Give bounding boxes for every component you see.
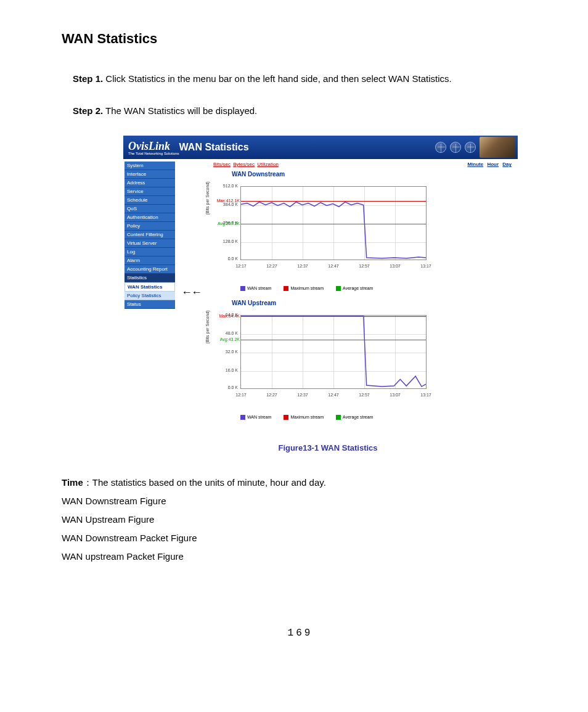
- chart2-title: WAN Upstream: [232, 300, 512, 306]
- chart2-xtick-2: 12:37: [297, 393, 308, 397]
- step-2-label: Step 2.: [73, 105, 103, 116]
- chart2-ytick-1: 48.0 K: [213, 331, 238, 335]
- steps-list: Step 1. Click Statistics in the menu bar…: [73, 72, 539, 118]
- chart1-y-label: (Bits per Second): [205, 181, 210, 215]
- link-bytes-sec[interactable]: Bytes/sec: [233, 162, 255, 167]
- chart1-avg-label: Avg:257.2K: [214, 221, 240, 226]
- notes-section: Time：The statistics based on the units o…: [62, 473, 539, 566]
- brand-logo: OvisLink: [128, 140, 170, 152]
- sidebar-item-authentication[interactable]: Authentication: [125, 213, 175, 222]
- chart2-xtick-0: 12:17: [235, 393, 247, 397]
- note-line-4: WAN upstream Packet Figure: [62, 547, 539, 566]
- brand-tagline: The Total Networking Solutions: [128, 152, 179, 155]
- link-minute[interactable]: Minute: [467, 162, 483, 167]
- chart1-ytick-4: 0.0 K: [213, 256, 238, 261]
- sidebar-item-statistics[interactable]: Statistics: [125, 274, 175, 282]
- chart-wan-downstream: WAN Downstream (Bits per Second) 512.0 K…: [213, 171, 512, 291]
- sidebar-item-interface[interactable]: Interface: [125, 170, 175, 179]
- chart1-legend: WAN stream Maximum stream Average stream: [240, 286, 512, 291]
- time-links: Minute Hour Day: [465, 162, 512, 167]
- chart2-xtick-6: 13:17: [420, 393, 431, 397]
- chart1-title: WAN Downstream: [232, 171, 512, 178]
- chart1-plot-area: Max:412.1K Avg:257.2K 12:17 12:27 12:37 …: [240, 186, 427, 260]
- step-1: Step 1. Click Statistics in the menu bar…: [73, 72, 539, 86]
- chart2-xtick-3: 12:47: [328, 393, 339, 397]
- chart1-xtick-2: 12:37: [297, 264, 308, 268]
- sidebar-item-schedule[interactable]: Schedule: [125, 196, 175, 205]
- link-utilization[interactable]: Utilization: [257, 162, 279, 167]
- sidebar-item-alarm[interactable]: Alarm: [125, 256, 175, 265]
- legend-wan: WAN stream: [247, 415, 271, 419]
- chart1-xtick-4: 12:57: [359, 264, 370, 268]
- globe-icon: [450, 142, 461, 153]
- legend-max: Maximum stream: [290, 415, 324, 419]
- page-title: WAN Statistics: [179, 142, 249, 153]
- chart1-ytick-1: 384.0 K: [213, 202, 238, 207]
- sidebar-item-accounting-report[interactable]: Accounting Report: [125, 265, 175, 274]
- sidebar-sub-policy-statistics[interactable]: Policy Statistics: [125, 292, 175, 300]
- chart1-ytick-0: 512.0 K: [213, 184, 238, 188]
- time-text: The statistics based on the units of min…: [92, 477, 326, 488]
- chart1-xtick-1: 12:27: [266, 264, 277, 268]
- chart2-trace: [241, 316, 426, 388]
- banner-photo: [480, 137, 515, 158]
- chart1-max-label: Max:412.1K: [214, 198, 240, 203]
- chart1-trace: [241, 187, 426, 260]
- chart1-xtick-0: 12:17: [235, 264, 247, 268]
- embedded-screenshot: OvisLink The Total Networking Solutions …: [123, 136, 539, 435]
- chart1-xtick-6: 13:17: [420, 264, 431, 268]
- arrow-annotation: ←←: [181, 286, 201, 299]
- sidebar-item-service[interactable]: Service: [125, 187, 175, 196]
- chart2-ytick-2: 32.0 K: [213, 350, 238, 354]
- step-2-text: The WAN Statistics will be displayed.: [105, 105, 257, 116]
- time-label: Time: [62, 477, 83, 488]
- chart-wan-upstream: WAN Upstream (Bits per Second) 64.0 K 48…: [213, 300, 512, 420]
- globe-icon: [435, 142, 446, 153]
- sidebar-nav: System Interface Address Service Schedul…: [123, 159, 176, 435]
- sidebar-item-content-filtering[interactable]: Content Filtering: [125, 231, 175, 239]
- sidebar-item-qos[interactable]: QoS: [125, 205, 175, 213]
- time-sep: ：: [83, 477, 92, 488]
- chart1-xtick-3: 12:47: [328, 264, 339, 268]
- chart2-xtick-4: 12:57: [359, 393, 370, 397]
- app-banner: OvisLink The Total Networking Solutions …: [123, 136, 518, 159]
- chart2-max-label: Max:64.4K: [214, 314, 240, 318]
- note-line-3: WAN Downstream Packet Figure: [62, 529, 539, 547]
- sidebar-item-log[interactable]: Log: [125, 248, 175, 256]
- step-2: Step 2. The WAN Statistics will be displ…: [73, 104, 539, 118]
- page-number: 169: [62, 628, 539, 639]
- chart2-avg-label: Avg:43.2K: [214, 337, 240, 342]
- sidebar-item-virtual-server[interactable]: Virtual Server: [125, 239, 175, 248]
- link-hour[interactable]: Hour: [487, 162, 499, 167]
- chart2-legend: WAN stream Maximum stream Average stream: [240, 415, 512, 420]
- step-1-text: Click Statistics in the menu bar on the …: [105, 73, 451, 84]
- top-links-row: Bits/sec Bytes/sec Utilization Minute Ho…: [213, 162, 512, 167]
- figure-caption: Figure13-1 WAN Statistics: [117, 443, 539, 452]
- note-line-1: WAN Downstream Figure: [62, 492, 539, 510]
- section-title: WAN Statistics: [62, 31, 539, 47]
- chart2-ytick-4: 0.0 K: [213, 385, 238, 390]
- sidebar-item-address[interactable]: Address: [125, 179, 175, 187]
- sidebar-item-system[interactable]: System: [125, 162, 175, 170]
- chart1-xtick-5: 13:07: [390, 264, 401, 268]
- legend-max: Maximum stream: [290, 286, 324, 290]
- chart2-ytick-3: 16.0 K: [213, 368, 238, 372]
- legend-wan: WAN stream: [247, 286, 271, 290]
- chart2-plot-area: Max:64.4K Avg:43.2K 12:17 12:27 12:37 12…: [240, 315, 427, 389]
- sidebar-sub-wan-statistics[interactable]: WAN Statistics: [125, 282, 175, 292]
- unit-links: Bits/sec Bytes/sec Utilization: [213, 162, 280, 167]
- link-day[interactable]: Day: [502, 162, 512, 167]
- sidebar-item-policy[interactable]: Policy: [125, 222, 175, 231]
- legend-avg: Average stream: [343, 415, 373, 419]
- step-1-label: Step 1.: [73, 73, 103, 84]
- sidebar-item-status[interactable]: Status: [125, 300, 175, 309]
- chart2-xtick-1: 12:27: [266, 393, 277, 397]
- chart1-ytick-3: 128.0 K: [213, 239, 238, 243]
- chart2-xtick-5: 13:07: [390, 393, 401, 397]
- legend-avg: Average stream: [343, 286, 373, 290]
- link-bits-sec[interactable]: Bits/sec: [213, 162, 231, 167]
- globe-icon: [465, 142, 476, 153]
- note-line-2: WAN Upstream Figure: [62, 510, 539, 529]
- chart2-y-label: (Bits per Second): [205, 311, 210, 344]
- main-content: Bits/sec Bytes/sec Utilization Minute Ho…: [176, 159, 518, 435]
